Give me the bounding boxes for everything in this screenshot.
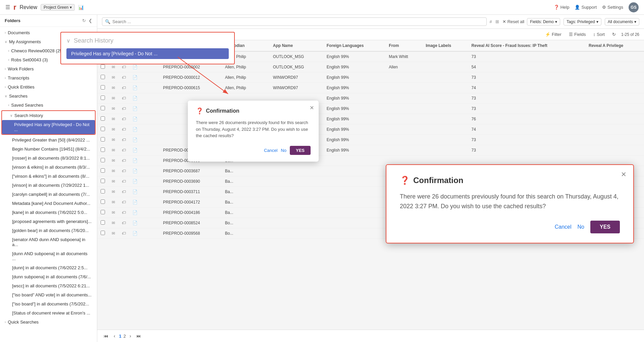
project-selector[interactable]: Project Green ▾: [41, 4, 75, 11]
sidebar-item-iso-board-vote[interactable]: ["iso board" AND vote] in all documents.…: [0, 290, 97, 299]
row-checkbox[interactable]: [97, 145, 108, 156]
row-doc-icon[interactable]: 📄: [129, 145, 141, 156]
row-flag-icon[interactable]: [141, 72, 150, 83]
row-doc-icon[interactable]: 📄: [129, 228, 141, 239]
row-clip-icon[interactable]: [150, 124, 160, 135]
row-flag-icon[interactable]: [141, 228, 150, 239]
row-clip-icon[interactable]: [150, 208, 160, 218]
row-clip-icon[interactable]: [150, 187, 160, 197]
row-checkbox[interactable]: [97, 208, 108, 218]
chart-icon[interactable]: 📊: [78, 5, 84, 10]
row-clip-icon[interactable]: [150, 135, 160, 145]
tags-filter[interactable]: Tags: Privileged ▾: [564, 18, 601, 25]
row-email-icon[interactable]: ✉: [108, 228, 118, 239]
row-clip-icon[interactable]: [150, 114, 160, 124]
row-tag-icon[interactable]: 🏷: [118, 93, 129, 104]
row-checkbox[interactable]: [97, 93, 108, 104]
row-checkbox[interactable]: [97, 83, 108, 93]
sidebar-item-privileged-has-any[interactable]: Privileged Has any [Privileged - Do Not …: [2, 120, 95, 134]
modal-large-cancel-button[interactable]: Cancel: [555, 224, 572, 230]
row-email-icon[interactable]: ✉: [108, 187, 118, 197]
row-select-checkbox[interactable]: [101, 85, 105, 90]
collapse-icon[interactable]: ❮: [89, 18, 92, 23]
row-doc-icon[interactable]: 📄: [129, 104, 141, 114]
sidebar-item-saved-searches[interactable]: › Saved Searches: [0, 101, 97, 110]
modal-large-yes-button[interactable]: YES: [590, 221, 620, 233]
row-checkbox[interactable]: [97, 166, 108, 176]
row-flag-icon[interactable]: [141, 114, 150, 124]
row-select-checkbox[interactable]: [101, 231, 105, 235]
row-clip-icon[interactable]: [150, 176, 160, 187]
row-clip-icon[interactable]: [150, 156, 160, 166]
support-link[interactable]: 👤 Support: [575, 5, 597, 10]
row-select-checkbox[interactable]: [101, 137, 105, 141]
row-doc-icon[interactable]: 📄: [129, 176, 141, 187]
reset-all-button[interactable]: ✕ Reset all: [502, 19, 525, 24]
first-page-button[interactable]: ⏮: [102, 333, 110, 339]
row-select-checkbox[interactable]: [101, 75, 105, 79]
filter-button[interactable]: ⚡ Filter: [543, 31, 564, 38]
row-doc-icon[interactable]: 📄: [129, 208, 141, 218]
row-select-checkbox[interactable]: [101, 168, 105, 173]
search-input-wrap[interactable]: 🔍: [102, 17, 487, 26]
row-clip-icon[interactable]: [150, 166, 160, 176]
row-select-checkbox[interactable]: [101, 127, 105, 131]
row-checkbox[interactable]: [97, 218, 108, 228]
sidebar-item-golden-bear[interactable]: [golden bear] in all documents (7/6/20..…: [0, 226, 97, 235]
last-page-button[interactable]: ⏭: [135, 333, 143, 339]
row-email-icon[interactable]: ✉: [108, 218, 118, 228]
row-email-icon[interactable]: ✉: [108, 145, 118, 156]
row-select-checkbox[interactable]: [101, 96, 105, 100]
col-from[interactable]: From: [385, 40, 422, 51]
sidebar-item-work-folders[interactable]: › Work Folders: [0, 64, 97, 73]
row-email-icon[interactable]: ✉: [108, 104, 118, 114]
sidebar-item-privileged-greater[interactable]: Privileged Greater than [50] (8/4/2022 .…: [0, 135, 97, 145]
row-tag-icon[interactable]: 🏷: [118, 104, 129, 114]
row-flag-icon[interactable]: [141, 166, 150, 176]
row-flag-icon[interactable]: [141, 156, 150, 166]
row-email-icon[interactable]: ✉: [108, 156, 118, 166]
row-tag-icon[interactable]: 🏷: [118, 166, 129, 176]
row-checkbox[interactable]: [97, 156, 108, 166]
row-select-checkbox[interactable]: [101, 116, 105, 121]
sidebar-item-senator-dunn[interactable]: [senator AND dunn AND subpoena] in a...: [0, 235, 97, 249]
row-email-icon[interactable]: ✉: [108, 72, 118, 83]
row-tag-icon[interactable]: 🏷: [118, 156, 129, 166]
col-app-name[interactable]: App Name: [270, 40, 323, 51]
sidebar-item-search-history[interactable]: ∨ Search History: [2, 111, 95, 120]
modal-small-cancel-button[interactable]: Cancel: [264, 148, 277, 153]
row-select-checkbox[interactable]: [101, 148, 105, 152]
sort-button[interactable]: ↕ Sort: [591, 31, 607, 38]
sidebar-item-dunn-subpoena2[interactable]: [dunn subpoena] in all documents (7/6/..…: [0, 272, 97, 281]
search-input[interactable]: [112, 19, 484, 24]
row-tag-icon[interactable]: 🏷: [118, 228, 129, 239]
sidebar-item-dunn-subpoena[interactable]: [dunn AND subpoena] in all documents ...: [0, 249, 97, 263]
row-select-checkbox[interactable]: [101, 220, 105, 225]
row-email-icon[interactable]: ✉: [108, 124, 118, 135]
row-checkbox[interactable]: [97, 124, 108, 135]
row-clip-icon[interactable]: [150, 228, 160, 239]
col-foreign-lang[interactable]: Foreign Languages: [323, 40, 386, 51]
hash-icon[interactable]: #: [489, 19, 492, 24]
row-flag-icon[interactable]: [141, 208, 150, 218]
row-tag-icon[interactable]: 🏷: [118, 197, 129, 208]
modal-small-no-button[interactable]: No: [281, 148, 286, 153]
row-clip-icon[interactable]: [150, 72, 160, 83]
row-doc-icon[interactable]: 📄: [129, 114, 141, 124]
row-clip-icon[interactable]: [150, 93, 160, 104]
row-checkbox[interactable]: [97, 104, 108, 114]
sidebar-item-dunn[interactable]: [dunn] in all documents (7/6/2022 2:5...: [0, 263, 97, 272]
refresh-button[interactable]: ↻: [610, 31, 618, 38]
row-clip-icon[interactable]: [150, 83, 160, 93]
row-doc-icon[interactable]: 📄: [129, 72, 141, 83]
all-docs-filter[interactable]: All documents ▾: [605, 18, 639, 25]
page-1-button[interactable]: 1: [119, 334, 121, 339]
row-flag-icon[interactable]: [141, 124, 150, 135]
row-email-icon[interactable]: ✉: [108, 83, 118, 93]
row-flag-icon[interactable]: [141, 83, 150, 93]
row-tag-icon[interactable]: 🏷: [118, 135, 129, 145]
row-email-icon[interactable]: ✉: [108, 93, 118, 104]
row-select-checkbox[interactable]: [101, 158, 105, 162]
col-image-labels[interactable]: Image Labels: [422, 40, 468, 51]
row-select-checkbox[interactable]: [101, 189, 105, 193]
